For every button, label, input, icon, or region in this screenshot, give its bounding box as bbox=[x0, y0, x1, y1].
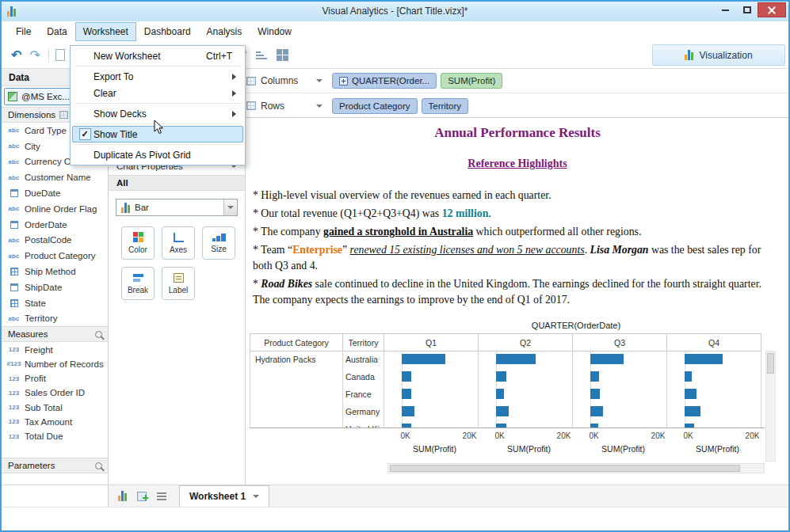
product-category-value[interactable]: Hydration Packs bbox=[250, 351, 342, 364]
search-icon[interactable] bbox=[95, 462, 102, 469]
menu-dashboard[interactable]: Dashboard bbox=[136, 22, 199, 41]
bar[interactable] bbox=[402, 354, 445, 364]
menu-item[interactable]: Export To bbox=[72, 68, 243, 85]
visualization-toggle[interactable]: Visualization bbox=[652, 44, 785, 66]
bar[interactable] bbox=[496, 406, 508, 416]
columns-icon bbox=[246, 77, 256, 86]
menu-window[interactable]: Window bbox=[250, 22, 300, 41]
bar[interactable] bbox=[402, 371, 411, 382]
worksheet-tab[interactable]: Worksheet 1 bbox=[179, 485, 269, 507]
shelf-pill[interactable]: SUM(Profit) bbox=[441, 73, 502, 89]
bar[interactable] bbox=[590, 354, 623, 364]
bar[interactable] bbox=[590, 424, 598, 428]
shelf-pill[interactable]: QUARTER(Order... bbox=[332, 73, 437, 89]
field-item[interactable]: 123Profit bbox=[2, 371, 108, 386]
menu-analysis[interactable]: Analysis bbox=[199, 22, 250, 41]
menu-item[interactable]: New WorksheetCtrl+T bbox=[72, 48, 243, 64]
menu-item-label: Duplicate As Pivot Grid bbox=[94, 150, 191, 161]
new-worksheet-icon[interactable] bbox=[118, 491, 127, 501]
swap-axes-icon[interactable] bbox=[277, 49, 288, 61]
minimize-button[interactable] bbox=[715, 2, 736, 17]
territory-label[interactable]: Canada bbox=[343, 368, 384, 386]
bar[interactable] bbox=[496, 354, 536, 364]
field-item[interactable]: 123Total Due bbox=[2, 429, 108, 443]
maximize-button[interactable] bbox=[736, 2, 758, 17]
menu-worksheet[interactable]: Worksheet bbox=[75, 22, 136, 41]
bar[interactable] bbox=[685, 354, 722, 364]
view-as-table-icon[interactable] bbox=[59, 111, 68, 119]
chart-type-select[interactable]: Bar bbox=[116, 199, 238, 216]
color-button[interactable]: Color bbox=[121, 226, 155, 260]
field-item[interactable]: 123Sales Order ID bbox=[2, 386, 108, 400]
undo-icon[interactable] bbox=[11, 48, 21, 63]
chart-panel-q1 bbox=[384, 351, 479, 428]
field-item[interactable]: abcCustomer Name bbox=[2, 169, 108, 185]
field-item[interactable]: abcTerritory bbox=[2, 311, 108, 327]
bar[interactable] bbox=[496, 389, 503, 399]
chart-panel-q3 bbox=[573, 351, 667, 428]
size-button[interactable]: Size bbox=[202, 226, 235, 260]
scrollbar-thumb[interactable] bbox=[390, 465, 740, 472]
bar[interactable] bbox=[685, 424, 694, 428]
break-button[interactable]: Break bbox=[121, 267, 155, 300]
columns-shelf-head[interactable]: Columns bbox=[246, 75, 322, 86]
menu-item[interactable]: Duplicate As Pivot Grid bbox=[72, 146, 243, 163]
field-item[interactable]: #123Number of Records bbox=[2, 357, 108, 371]
bar[interactable] bbox=[402, 406, 414, 416]
bar[interactable] bbox=[590, 406, 603, 416]
vertical-scrollbar[interactable] bbox=[765, 351, 776, 462]
rows-shelf-head[interactable]: Rows bbox=[246, 101, 322, 112]
label-button[interactable]: Label bbox=[162, 267, 195, 300]
redo-icon[interactable] bbox=[29, 48, 40, 63]
title-bar[interactable]: Visual Analytics - [Chart Title.vizx]* bbox=[2, 2, 788, 21]
field-item[interactable]: ShipDate bbox=[2, 279, 108, 295]
label-icon bbox=[174, 273, 184, 283]
field-item[interactable]: abcPostalCode bbox=[2, 233, 108, 249]
sheet-list-icon[interactable] bbox=[157, 492, 166, 500]
chevron-down-icon[interactable] bbox=[253, 495, 259, 498]
expand-icon[interactable] bbox=[339, 77, 348, 86]
field-item[interactable]: DueDate bbox=[2, 185, 108, 201]
bar[interactable] bbox=[685, 389, 696, 399]
chevron-down-icon[interactable] bbox=[316, 104, 322, 108]
sort-ascending-icon[interactable] bbox=[256, 51, 267, 59]
horizontal-scrollbar[interactable] bbox=[387, 463, 765, 473]
bar[interactable] bbox=[402, 424, 411, 428]
menu-file[interactable]: File bbox=[8, 22, 39, 41]
territory-label[interactable]: Germany bbox=[343, 403, 384, 420]
field-item[interactable]: 123Tax Amount bbox=[2, 415, 108, 429]
territory-label[interactable]: Australia bbox=[343, 351, 384, 368]
bar[interactable] bbox=[496, 424, 506, 428]
menu-item[interactable]: Clear bbox=[72, 85, 243, 101]
field-item[interactable]: 123Sub Total bbox=[2, 401, 108, 415]
field-item[interactable]: Ship Method bbox=[2, 264, 108, 279]
close-button[interactable] bbox=[758, 2, 786, 17]
note-segment: * Team “ bbox=[253, 244, 292, 256]
new-dashboard-icon[interactable] bbox=[137, 492, 147, 501]
field-item[interactable]: State bbox=[2, 295, 108, 311]
territory-label[interactable]: United Kingdom bbox=[343, 420, 384, 428]
shelf-pill[interactable]: Product Category bbox=[332, 98, 418, 114]
field-item[interactable]: abcProduct Category bbox=[2, 248, 108, 264]
bar[interactable] bbox=[496, 371, 506, 382]
dropdown-button[interactable] bbox=[223, 200, 237, 215]
axes-button[interactable]: Axes bbox=[162, 226, 195, 260]
new-document-icon[interactable] bbox=[55, 49, 65, 61]
bar[interactable] bbox=[402, 389, 411, 399]
search-icon[interactable] bbox=[95, 331, 102, 338]
menu-data[interactable]: Data bbox=[39, 22, 74, 41]
scrollbar-thumb[interactable] bbox=[767, 353, 774, 374]
shelf-pill[interactable]: Territory bbox=[422, 98, 469, 114]
field-item[interactable]: OrderDate bbox=[2, 217, 108, 233]
bar[interactable] bbox=[685, 371, 691, 382]
bar-row bbox=[573, 368, 666, 386]
bar[interactable] bbox=[685, 406, 700, 416]
bar[interactable] bbox=[590, 371, 598, 382]
chevron-down-icon[interactable] bbox=[316, 79, 322, 82]
canvas-subtitle[interactable]: Reference Highlights bbox=[246, 158, 788, 170]
field-item[interactable]: 123Freight bbox=[2, 342, 108, 356]
submenu-arrow-icon bbox=[232, 111, 236, 117]
bar[interactable] bbox=[590, 389, 600, 399]
territory-label[interactable]: France bbox=[343, 386, 384, 403]
field-item[interactable]: abcOnline Order Flag bbox=[2, 201, 108, 217]
